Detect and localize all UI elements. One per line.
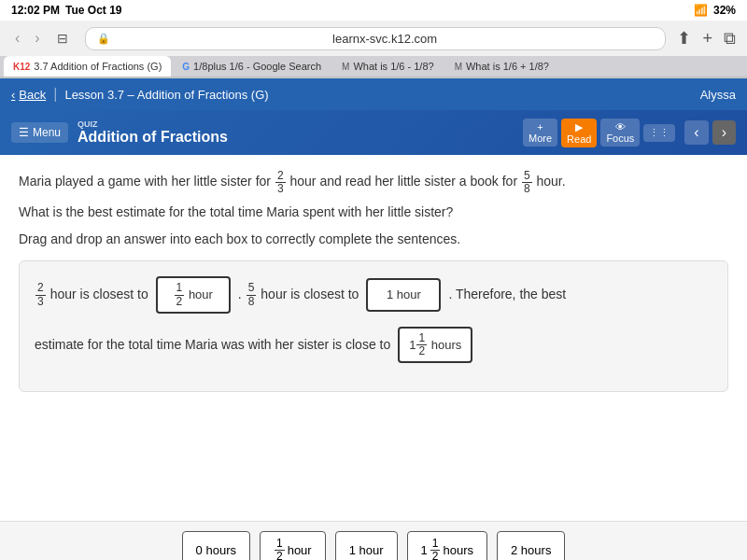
db1-num: 1 <box>175 282 185 295</box>
read-label: Read <box>567 133 591 145</box>
more-label: More <box>529 133 552 144</box>
back-button[interactable]: ‹ Back <box>11 88 46 102</box>
s1-separator: . <box>238 283 242 306</box>
status-bar: 12:02 PM Tue Oct 19 📶 32% <box>0 0 747 21</box>
s1-frac-num: 2 <box>35 282 46 295</box>
more-button[interactable]: + More <box>523 119 557 147</box>
grid-icon: ⋮⋮ <box>649 127 669 139</box>
s2-text: estimate for the total time Maria was wi… <box>35 333 390 357</box>
app-nav: ‹ Back | Lesson 3.7 – Addition of Fracti… <box>0 78 747 110</box>
back-label: Back <box>19 88 46 102</box>
answer-chip-1half-hours[interactable]: 1 1 2 hours <box>407 531 487 560</box>
prev-arrow-button[interactable]: ‹ <box>684 120 708 145</box>
menu-button[interactable]: ☰ Menu <box>11 122 68 143</box>
question-line1: Maria played a game with her little sist… <box>19 170 728 195</box>
tab-3[interactable]: M What is 1/6 - 1/8? <box>332 56 444 77</box>
fraction-denominator: 3 <box>275 183 286 195</box>
tab-1[interactable]: K12 3.7 Addition of Fractions (G) <box>4 56 171 77</box>
s1-frac2-num: 5 <box>247 282 257 295</box>
eye-icon: 👁 <box>615 121 626 133</box>
share-button[interactable]: ⬆ <box>675 26 693 50</box>
nav-arrows: ‹ › <box>684 120 736 145</box>
answer-chip-1hour[interactable]: 1 hour <box>335 531 398 560</box>
s1-text3: . Therefore, the best <box>448 283 566 306</box>
drop-box-2[interactable]: 1 hour <box>366 278 441 311</box>
play-icon: ▶ <box>575 121 583 133</box>
drop-box-1[interactable]: 1 2 hour <box>156 276 231 313</box>
next-arrow-button[interactable]: › <box>712 120 736 145</box>
focus-label: Focus <box>606 133 634 144</box>
focus-button[interactable]: 👁 Focus <box>600 119 640 147</box>
chip-half-fraction: 1 2 <box>275 538 285 560</box>
tab-4-label: What is 1/6 + 1/8? <box>466 61 549 72</box>
chip-1half-whole: 1 <box>421 543 428 557</box>
s1-frac2-den: 8 <box>247 296 257 308</box>
tab-3-favicon: M <box>342 62 349 72</box>
quiz-title: Addition of Fractions <box>78 129 514 146</box>
url-display: learnx-svc.k12.com <box>116 32 655 46</box>
quiz-label: QUIZ <box>78 119 514 129</box>
db3-den: 2 <box>416 345 427 357</box>
drag-drop-area: 2 3 hour is closest to 1 2 hour . 5 8 ho… <box>19 260 728 392</box>
add-tab-button[interactable]: + <box>700 27 714 50</box>
db3-whole: 1 <box>409 334 416 356</box>
fraction-2-3: 2 3 <box>275 170 286 195</box>
db1-den: 2 <box>175 296 185 308</box>
tab-2-favicon: G <box>182 62 190 72</box>
question-text-part2: hour and read her little sister a book f… <box>289 174 520 189</box>
back-nav-button[interactable]: ‹ <box>9 28 25 49</box>
fraction-denominator-2: 8 <box>522 183 532 195</box>
tab-1-favicon: K12 <box>13 62 30 72</box>
s1-frac-den: 3 <box>35 296 46 308</box>
tab-1-label: 3.7 Addition of Fractions (G) <box>34 61 162 72</box>
question-text-part1: Maria played a game with her little sist… <box>19 174 275 189</box>
quiz-controls: + More ▶ Read 👁 Focus ⋮⋮ <box>523 119 675 147</box>
s1-fraction-5-8: 5 8 <box>247 282 257 307</box>
toolbar-actions: ⬆ + ⧉ <box>675 26 738 50</box>
question-text-part3: hour. <box>537 174 566 189</box>
db3-fraction: 1 2 <box>416 332 427 357</box>
chip-2hours-label: 2 hours <box>511 543 551 557</box>
time-display: 12:02 PM <box>11 4 60 17</box>
quiz-label-area: QUIZ Addition of Fractions <box>78 119 514 146</box>
tabs-button[interactable]: ⧉ <box>722 27 738 50</box>
breadcrumb: Lesson 3.7 – Addition of Fractions (G) <box>64 88 699 102</box>
quiz-header: ☰ Menu QUIZ Addition of Fractions + More… <box>0 110 747 155</box>
plus-icon: + <box>537 121 543 133</box>
lock-icon: 🔒 <box>97 33 110 45</box>
read-button[interactable]: ▶ Read <box>561 119 597 147</box>
question-line2: What is the best estimate for the total … <box>19 203 728 222</box>
answer-chip-2hours[interactable]: 2 hours <box>497 531 565 560</box>
s1-text2: hour is closest to <box>261 283 359 306</box>
chip-0hours-label: 0 hours <box>196 543 236 557</box>
db3-num: 1 <box>416 332 427 345</box>
db1-fraction: 1 2 <box>175 282 185 307</box>
sentence-line-1: 2 3 hour is closest to 1 2 hour . 5 8 ho… <box>35 276 712 313</box>
address-bar[interactable]: 🔒 learnx-svc.k12.com <box>85 27 667 50</box>
fraction-numerator: 2 <box>275 170 286 183</box>
drop-box-3[interactable]: 1 1 2 hours <box>398 327 472 363</box>
grid-button[interactable]: ⋮⋮ <box>643 124 675 142</box>
nav-buttons: ‹ › ⊟ <box>9 28 76 49</box>
main-content: Maria played a game with her little sist… <box>0 155 747 521</box>
reader-mode-button[interactable]: ⊟ <box>49 28 76 49</box>
answer-chip-0hours[interactable]: 0 hours <box>182 531 250 560</box>
date-display: Tue Oct 19 <box>65 4 121 17</box>
separator: | <box>53 86 57 103</box>
wifi-icon: 📶 <box>694 4 708 17</box>
answer-choices: 0 hours 1 2 hour 1 hour 1 1 2 hours 2 ho… <box>0 521 747 560</box>
fraction-5-8: 5 8 <box>522 170 532 195</box>
tab-2[interactable]: G 1/8plus 1/6 - Google Search <box>173 56 331 77</box>
db3-text: hours <box>428 334 461 356</box>
answer-chip-half-hour[interactable]: 1 2 hour <box>260 531 326 560</box>
forward-nav-button[interactable]: › <box>29 28 45 49</box>
tab-4[interactable]: M What is 1/6 + 1/8? <box>445 56 558 77</box>
tab-4-favicon: M <box>455 62 462 72</box>
tabs-bar: K12 3.7 Addition of Fractions (G) G 1/8p… <box>0 56 747 77</box>
browser-chrome: ‹ › ⊟ 🔒 learnx-svc.k12.com ⬆ + ⧉ K12 3.7… <box>0 21 747 78</box>
battery-display: 32% <box>713 4 736 17</box>
s1-fraction-2-3: 2 3 <box>35 282 46 307</box>
user-name: Alyssa <box>700 88 736 102</box>
chip-1hour-label: 1 hour <box>349 543 384 557</box>
chip-half-label: hour <box>288 543 312 557</box>
